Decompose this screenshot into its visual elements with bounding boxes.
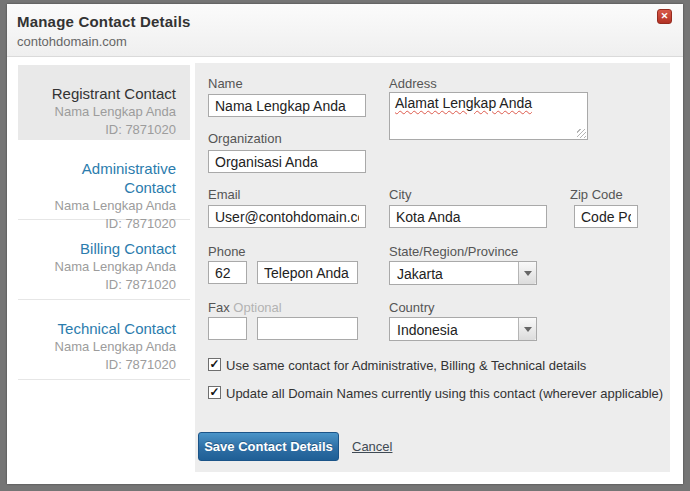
- phone-country-code-input[interactable]: [208, 261, 247, 284]
- update-all-domains-checkbox[interactable]: ✓: [208, 386, 221, 399]
- fax-country-code-input[interactable]: [208, 317, 247, 340]
- organization-label: Organization: [208, 132, 282, 146]
- organization-input[interactable]: [208, 150, 366, 173]
- domain-subtitle: contohdomain.com: [17, 34, 667, 49]
- contact-name: Nama Lengkap Anda: [32, 338, 176, 356]
- name-input[interactable]: [208, 94, 366, 117]
- close-button[interactable]: ✕: [657, 9, 672, 24]
- resize-handle-icon[interactable]: [577, 129, 586, 138]
- contact-id: ID: 7871020: [32, 356, 176, 374]
- sidebar-item-administrative-contact[interactable]: Administrative Contact Nama Lengkap Anda…: [18, 140, 190, 220]
- address-textarea[interactable]: Alamat Lengkap Anda: [389, 92, 588, 140]
- contact-type-title: Registrant Contact: [32, 84, 176, 103]
- zip-code-input[interactable]: [574, 205, 638, 228]
- contact-type-title: Technical Contact: [32, 319, 176, 338]
- contact-id: ID: 7871020: [32, 121, 176, 139]
- page-title: Manage Contact Details: [17, 13, 667, 30]
- chevron-down-icon: [524, 327, 532, 332]
- city-input[interactable]: [389, 205, 547, 228]
- contact-name: Nama Lengkap Anda: [32, 258, 176, 276]
- phone-label: Phone: [208, 245, 246, 259]
- use-same-contact-label: Use same contact for Administrative, Bil…: [226, 359, 586, 373]
- contact-id: ID: 7871020: [32, 276, 176, 294]
- contact-name: Nama Lengkap Anda: [32, 103, 176, 121]
- country-select-arrow-button[interactable]: [518, 318, 536, 340]
- update-all-domains-label: Update all Domain Names currently using …: [226, 387, 663, 401]
- fax-optional-hint: Optional: [233, 300, 281, 315]
- state-select[interactable]: Jakarta: [389, 261, 537, 285]
- check-icon: ✓: [209, 385, 219, 399]
- sidebar-item-technical-contact[interactable]: Technical Contact Nama Lengkap Anda ID: …: [18, 300, 190, 380]
- state-select-arrow-button[interactable]: [518, 262, 536, 284]
- close-icon: ✕: [661, 11, 669, 21]
- contact-name: Nama Lengkap Anda: [32, 197, 176, 215]
- fax-label: Fax Optional: [208, 301, 282, 315]
- sidebar-item-registrant-contact[interactable]: Registrant Contact Nama Lengkap Anda ID:…: [18, 65, 190, 140]
- save-contact-details-button[interactable]: Save Contact Details: [198, 432, 339, 461]
- chevron-down-icon: [524, 271, 532, 276]
- phone-number-input[interactable]: [257, 261, 358, 284]
- address-text: Alamat Lengkap Anda: [395, 95, 532, 111]
- contact-type-sidebar: Registrant Contact Nama Lengkap Anda ID:…: [18, 65, 190, 380]
- contact-form-panel: Name Address Alamat Lengkap Anda Organiz…: [195, 63, 670, 472]
- use-same-contact-checkbox[interactable]: ✓: [208, 358, 221, 371]
- email-label: Email: [208, 188, 241, 202]
- manage-contact-dialog: Manage Contact Details contohdomain.com …: [7, 4, 683, 484]
- address-label: Address: [389, 77, 437, 91]
- country-select[interactable]: Indonesia: [389, 317, 537, 341]
- fax-number-input[interactable]: [257, 317, 358, 340]
- state-selected-value: Jakarta: [397, 266, 443, 282]
- country-label: Country: [389, 301, 435, 315]
- cancel-link[interactable]: Cancel: [352, 439, 392, 454]
- contact-type-title: Administrative Contact: [32, 159, 176, 197]
- zip-code-label: Zip Code: [570, 188, 623, 202]
- country-selected-value: Indonesia: [397, 322, 458, 338]
- email-input[interactable]: [208, 205, 366, 228]
- name-label: Name: [208, 77, 243, 91]
- city-label: City: [389, 188, 411, 202]
- check-icon: ✓: [209, 357, 219, 371]
- contact-type-title: Billing Contact: [32, 239, 176, 258]
- state-label: State/Region/Province: [389, 245, 518, 259]
- dialog-header: Manage Contact Details contohdomain.com …: [7, 4, 683, 57]
